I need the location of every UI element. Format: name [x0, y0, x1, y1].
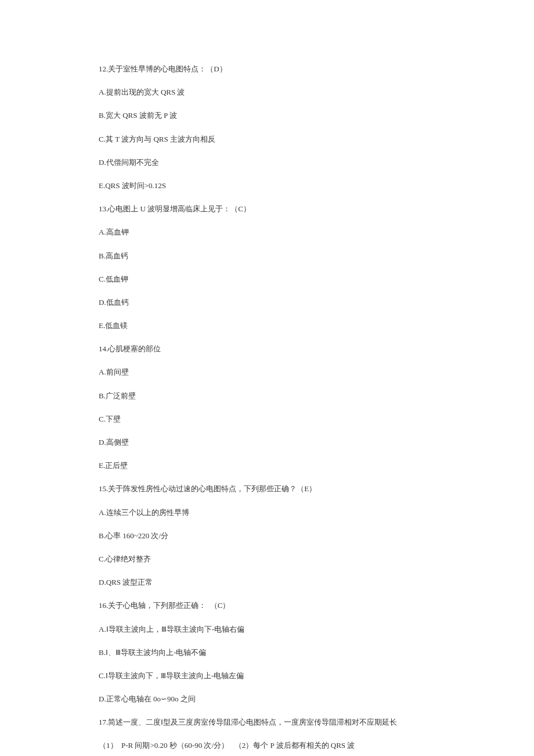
question-option: D.代偿间期不完全	[99, 157, 435, 168]
document-page: 12.关于室性早博的心电图特点：（D） A.提前出现的宽大 QRS 波 B.宽大…	[0, 0, 534, 756]
question-option: B.高血钙	[99, 251, 435, 261]
question-option: A.高血钾	[99, 227, 435, 237]
question-option: D.正常心电轴在 0o∽90o 之间	[99, 694, 435, 704]
question-stem: 15.关于阵发性房性心动过速的心电图特点，下列那些正确？（E）	[99, 484, 435, 494]
question-option: A.连续三个以上的房性早博	[99, 507, 435, 518]
question-stem: 17.简述一度、二度Ⅰ型及三度房室传导阻滞心电图特点，一度房室传导阻滞相对不应期…	[99, 717, 435, 728]
question-option: C.心律绝对整齐	[99, 554, 435, 564]
question-option: E.QRS 波时间>0.12S	[99, 181, 435, 191]
question-option: B.心率 160~220 次/分	[99, 531, 435, 541]
question-option: B.广泛前壁	[99, 391, 435, 401]
question-option: （1） P-R 间期>0.20 秒（60-90 次/分） （2）每个 P 波后都…	[99, 740, 435, 751]
question-stem: 13.心电图上 U 波明显增高临床上见于：（C）	[99, 204, 435, 214]
question-option: B.Ⅰ、Ⅲ导联主波均向上-电轴不偏	[99, 647, 435, 658]
question-option: C.下壁	[99, 414, 435, 424]
question-stem: 14.心肌梗塞的部位	[99, 344, 435, 354]
question-option: D.高侧壁	[99, 437, 435, 448]
question-option: D.QRS 波型正常	[99, 577, 435, 588]
question-option: A.提前出现的宽大 QRS 波	[99, 87, 435, 98]
question-stem: 16.关于心电轴，下列那些正确： （C）	[99, 600, 435, 611]
question-option: E.正后壁	[99, 460, 435, 471]
question-option: C.低血钾	[99, 274, 435, 285]
question-option: D.低血钙	[99, 297, 435, 308]
question-option: A.Ⅰ导联主波向上，Ⅲ导联主波向下-电轴右偏	[99, 624, 435, 635]
question-stem: 12.关于室性早博的心电图特点：（D）	[99, 64, 435, 74]
question-option: B.宽大 QRS 波前无 P 波	[99, 110, 435, 121]
question-option: E.低血镁	[99, 321, 435, 331]
question-option: A.前间壁	[99, 367, 435, 377]
question-option: C.其 T 波方向与 QRS 主波方向相反	[99, 134, 435, 145]
question-option: C.Ⅰ导联主波向下，Ⅲ导联主波向上-电轴左偏	[99, 671, 435, 681]
